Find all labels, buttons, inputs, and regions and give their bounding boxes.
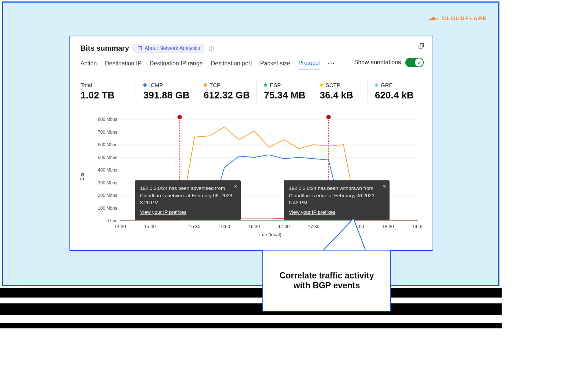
annotation-text: 192.0.2.0/24 has been advertised from Cl…	[140, 185, 236, 206]
callout-text: Correlate traffic activity with BGP even…	[270, 271, 383, 291]
metric-icmp: ICMP 391.88 GB	[136, 80, 196, 103]
svg-text:0 bps: 0 bps	[107, 218, 117, 223]
chart-area: Bits 0 bps100 Mbps200 Mbps300 Mbps400 Mb…	[80, 114, 422, 239]
metric-esp: ESP 75.34 MB	[256, 80, 312, 103]
dot-sctp	[320, 83, 323, 87]
svg-text:17:30: 17:30	[308, 224, 319, 229]
tab-protocol[interactable]: Protocol	[298, 60, 320, 69]
close-icon[interactable]: ✕	[233, 183, 238, 190]
svg-text:Time (local): Time (local)	[257, 232, 281, 237]
cloudflare-icon	[427, 14, 439, 22]
tab-destination-ip[interactable]: Destination IP	[105, 60, 141, 69]
svg-text:100 Mbps: 100 Mbps	[98, 206, 117, 211]
tab-action[interactable]: Action	[80, 60, 97, 69]
about-link-label: About Network Analytics	[144, 45, 200, 51]
annotation-tooltip-advertise: ✕ 192.0.2.0/24 has been advertised from …	[135, 180, 241, 220]
tab-destination-ip-range[interactable]: Destination IP range	[150, 60, 203, 69]
svg-marker-39	[322, 219, 366, 252]
dot-esp	[264, 83, 267, 87]
svg-text:600 Mbps: 600 Mbps	[98, 142, 117, 147]
clock-icon	[208, 45, 214, 51]
svg-point-35	[178, 115, 182, 119]
annotation-tooltip-withdraw: ✕ 192.0.2.0/24 has been withdrawn from C…	[284, 180, 390, 220]
line-chart[interactable]: 0 bps100 Mbps200 Mbps300 Mbps400 Mbps500…	[87, 114, 422, 239]
book-icon	[137, 46, 142, 51]
expand-icon[interactable]	[418, 43, 424, 50]
y-axis-label: Bits	[79, 173, 85, 181]
metrics-row: Total 1.02 TB ICMP 391.88 GB TCP 612.32 …	[80, 80, 422, 103]
brand-logo: CLOUDFLARE	[427, 14, 487, 22]
callout-box: Correlate traffic activity with BGP even…	[262, 250, 391, 311]
check-icon	[417, 61, 421, 65]
annotations-toggle[interactable]	[405, 58, 424, 67]
metric-sctp: SCTP 36.4 kB	[312, 80, 367, 103]
bits-summary-panel: Bits summary About Network Analytics	[69, 36, 433, 251]
metric-gre: GRE 620.4 kB	[367, 80, 422, 103]
tab-packet-size[interactable]: Packet size	[260, 60, 290, 69]
svg-text:18:30: 18:30	[382, 224, 394, 229]
svg-text:400 Mbps: 400 Mbps	[98, 168, 117, 173]
svg-rect-4	[420, 44, 423, 47]
about-network-analytics-link[interactable]: About Network Analytics	[133, 44, 204, 53]
view-ip-prefixes-link[interactable]: View your IP prefixes	[289, 209, 335, 216]
page-frame: CLOUDFLARE Bits summary About Network An…	[2, 1, 499, 286]
svg-text:200 Mbps: 200 Mbps	[98, 193, 117, 198]
dot-tcp	[204, 83, 207, 87]
close-icon[interactable]: ✕	[382, 183, 387, 190]
annotations-label: Show annotations	[354, 59, 401, 66]
callout-arrow	[322, 219, 366, 252]
svg-text:15:00: 15:00	[144, 224, 155, 229]
svg-text:17:00: 17:00	[278, 224, 290, 229]
panel-title: Bits summary	[80, 44, 129, 53]
dot-gre	[375, 83, 378, 87]
svg-text:500 Mbps: 500 Mbps	[98, 155, 117, 160]
svg-text:15:30: 15:30	[189, 224, 200, 229]
view-ip-prefixes-link[interactable]: View your IP prefixes	[140, 209, 186, 216]
annotation-text: 192.0.2.0/24 has been withdrawn from Clo…	[289, 185, 384, 206]
dot-icmp	[143, 83, 147, 87]
brand-text: CLOUDFLARE	[442, 15, 487, 21]
svg-text:300 Mbps: 300 Mbps	[98, 180, 117, 186]
tabs-overflow-icon[interactable]: ···	[328, 60, 335, 69]
svg-text:700 Mbps: 700 Mbps	[98, 130, 117, 135]
metric-tcp: TCP 612.32 GB	[196, 80, 256, 103]
metric-total: Total 1.02 TB	[80, 80, 136, 103]
svg-point-37	[326, 115, 331, 119]
svg-text:19:00: 19:00	[412, 224, 422, 229]
svg-text:14:30: 14:30	[114, 224, 126, 229]
svg-text:16:00: 16:00	[219, 224, 230, 229]
tab-destination-port[interactable]: Destination port	[211, 60, 252, 69]
svg-rect-3	[419, 45, 422, 48]
svg-text:800 Mbps: 800 Mbps	[98, 117, 117, 122]
svg-text:16:30: 16:30	[248, 224, 260, 229]
toggle-thumb	[415, 58, 423, 66]
